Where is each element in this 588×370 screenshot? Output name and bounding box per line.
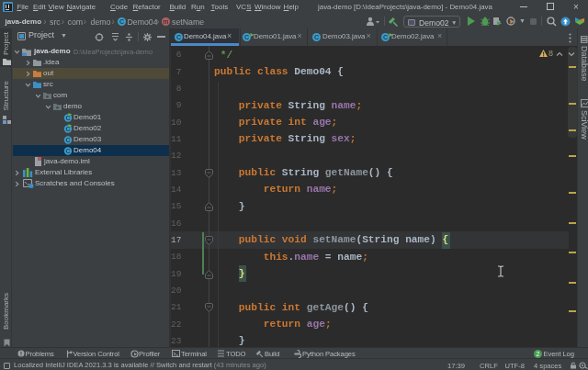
svg-text:m: m [164,18,169,25]
svg-text:2: 2 [536,351,539,357]
svg-text:C: C [243,34,248,40]
svg-text:C: C [383,34,388,40]
svg-text:C: C [119,18,123,25]
svg-text:C: C [65,126,70,132]
svg-text:C: C [314,34,319,40]
svg-text:C: C [65,115,70,121]
svg-text:C: C [65,137,70,143]
svg-text:C: C [175,34,180,40]
svg-text:C: C [65,148,70,154]
